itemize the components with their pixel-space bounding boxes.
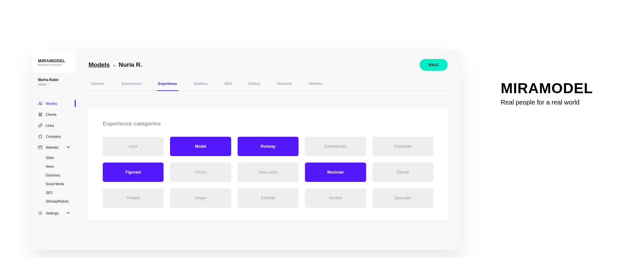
app-window: MIRAMODEL Real people for a real world M… (32, 50, 460, 250)
category-chip[interactable]: Specialist (373, 188, 433, 208)
category-chip[interactable]: Circus (170, 163, 231, 182)
sidebar-subitem-dictionary[interactable]: Dictionary (32, 171, 76, 180)
storefront-icon (38, 112, 43, 117)
category-chip[interactable]: Dancer (373, 163, 433, 182)
panel-title: Experience categories (103, 121, 433, 127)
category-chip[interactable]: Singer (170, 188, 231, 208)
svg-rect-2 (39, 146, 42, 149)
breadcrumb: Models › Nuria R. (89, 61, 142, 68)
users-icon (38, 101, 43, 106)
link-icon (38, 123, 43, 128)
tab-abilities[interactable]: Abilities (193, 82, 208, 91)
sidebar-subitem-seo[interactable]: SEO (32, 188, 76, 197)
current-user-role: Admin (38, 83, 70, 86)
brand-mark: MIRAMODEL Real people for a real world (501, 80, 593, 106)
current-user-name: Marina Rubio (38, 78, 70, 82)
sidebar-item-clients[interactable]: Clients (32, 109, 76, 120)
brand-name: MIRAMODEL (501, 80, 593, 97)
app-logo-tagline: Real people for a real world (38, 64, 70, 66)
sidebar-item-settings[interactable]: Settings (32, 208, 76, 219)
sidebar-item-label: Clients (46, 113, 57, 116)
svg-point-3 (40, 213, 41, 214)
breadcrumb-current: Nuria R. (118, 61, 142, 68)
category-chip[interactable]: Editorial (238, 188, 298, 208)
sidebar-subitem-social[interactable]: Social Media (32, 180, 76, 188)
primary-nav: Models Clients Links (32, 92, 76, 221)
sidebar-subitem-slider[interactable]: Slider (32, 154, 76, 162)
svg-point-0 (39, 102, 40, 104)
category-chip[interactable]: Theater (103, 188, 164, 208)
tab-general[interactable]: General (90, 82, 105, 91)
main-content: Models › Nuria R. SAVE General Appereanc… (76, 50, 460, 250)
sidebar-subitem-sitemap[interactable]: Sitemap/Robots (32, 197, 76, 206)
page-header: Models › Nuria R. SAVE (89, 59, 448, 71)
breadcrumb-sep: › (113, 63, 115, 68)
sidebar-subitem-news[interactable]: News (32, 162, 76, 171)
category-chip[interactable]: Voice actor (238, 163, 298, 182)
tab-website[interactable]: Website (308, 82, 323, 91)
tab-seo[interactable]: SEO (223, 82, 232, 91)
category-chip[interactable]: Acrobat (305, 188, 366, 208)
sidebar-item-label: Company (46, 134, 61, 138)
app-logo-text: MIRAMODEL (38, 58, 70, 63)
sidebar-item-label: Models (46, 102, 57, 105)
chevron-down-icon (67, 211, 70, 215)
svg-point-1 (41, 103, 42, 104)
caret-down-icon (48, 83, 50, 86)
tab-setcards[interactable]: Setcards (277, 82, 293, 91)
app-logo: MIRAMODEL Real people for a real world (32, 50, 76, 73)
sidebar-item-models[interactable]: Models (32, 98, 76, 109)
category-chip[interactable]: Figurant (103, 163, 164, 182)
category-chip[interactable]: Actor (103, 137, 164, 156)
browser-icon (38, 145, 43, 150)
sidebar-item-website[interactable]: Website (32, 142, 76, 153)
sidebar-item-label: Links (46, 124, 54, 127)
category-chip[interactable]: Comedian (373, 137, 433, 156)
breadcrumb-root[interactable]: Models (89, 61, 109, 68)
sidebar: MIRAMODEL Real people for a real world M… (32, 50, 76, 250)
brand-tagline: Real people for a real world (501, 99, 593, 106)
category-grid: Actor Model Runway Commercials Comedian … (103, 137, 433, 208)
sidebar-website-submenu: Slider News Dictionary Social Media SEO … (32, 153, 76, 208)
sidebar-item-company[interactable]: Company (32, 131, 76, 142)
chevron-down-icon (67, 145, 70, 149)
category-chip[interactable]: Musician (305, 163, 366, 182)
current-user[interactable]: Marina Rubio Admin (32, 73, 76, 92)
tab-gallery[interactable]: Gallery (248, 82, 261, 91)
save-button[interactable]: SAVE (420, 59, 448, 71)
sidebar-item-links[interactable]: Links (32, 120, 76, 131)
experience-panel: Experience categories Actor Model Runway… (89, 108, 448, 220)
home-icon (38, 134, 43, 139)
tab-appearance[interactable]: Appereance (120, 82, 142, 91)
tab-bar: General Appereance Experience Abilities … (89, 82, 448, 91)
sidebar-item-label: Website (46, 145, 59, 149)
category-chip[interactable]: Model (170, 137, 231, 156)
category-chip[interactable]: Runway (238, 137, 298, 156)
gear-icon (38, 211, 43, 215)
category-chip[interactable]: Commercials (305, 137, 366, 156)
tab-experience[interactable]: Experience (157, 82, 178, 91)
sidebar-item-label: Settings (46, 211, 59, 215)
